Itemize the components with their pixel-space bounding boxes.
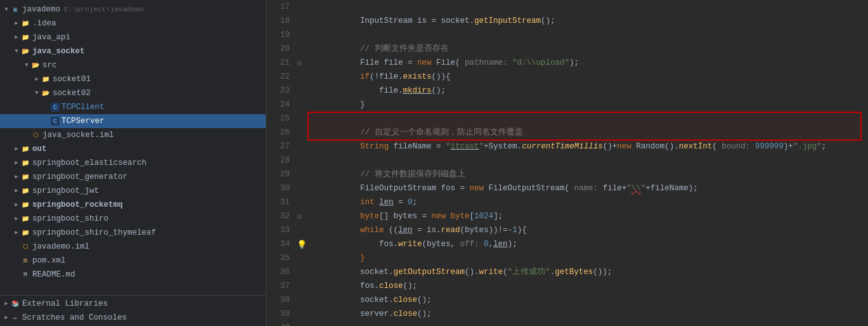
folder-icon: 📁 [41,74,51,84]
item-label: socket02 [53,89,91,98]
tree-item-springboot_jwt[interactable]: 📁 springboot_jwt [0,184,266,198]
code-line-24 [313,98,868,112]
scratches-icon: ✏️ [10,313,20,323]
line-num-31: 31 [266,195,290,209]
arrow-icon [3,314,10,322]
tree-item-pom_xml[interactable]: m pom.xml [0,254,266,268]
item-label: java_socket.iml [42,131,114,140]
code-line-19: // 判断文件夹是否存在 [313,28,868,42]
tree-item-javademo_iml[interactable]: ⬡ javademo.iml [0,240,266,254]
folder-icon: 📁 [20,200,30,210]
iml-icon: ⬡ [30,130,41,140]
code-line-36: fos.close(); [313,265,868,279]
item-label: src [42,61,57,70]
item-label: TCPClient [62,103,105,112]
arrow-icon [23,62,30,69]
arrow-icon [13,215,20,223]
item-label: springboot_rocketmq [32,200,123,209]
line-num-18: 18 [266,14,290,28]
tree-item-java_api[interactable]: 📁 java_api [0,30,266,44]
code-line-20: File file = new File( pathname: "d:\\upl… [313,42,868,56]
item-label: TCPServer [62,117,105,126]
line-num-35: 35 [266,251,290,265]
tree-item-readme[interactable]: M README.md [0,268,266,282]
tree-item-javademo[interactable]: ▣ javademo E:\project\javademo [0,3,266,16]
item-label: pom.xml [32,256,66,265]
tree-item-TCPClient[interactable]: C TCPClient [0,100,266,114]
tree-item-springboot_shiro_thymeleaf[interactable]: 📁 springboot_shiro_thymeleaf [0,226,266,240]
code-line-26: String fileName = "itcast"+System.curren… [313,126,868,140]
folder-icon: 📁 [20,186,30,196]
folder-icon: 📁 [20,18,30,29]
line-num-29: 29 [266,167,290,181]
code-line-23: } [313,84,868,98]
item-label: socket01 [53,75,91,84]
tree-item-TCPServer[interactable]: C TCPServer [0,114,266,128]
tree-item-java_socket[interactable]: 📂 java_socket [0,44,266,58]
sidebar-bottom: 📚 External Libraries ✏️ Scratches and Co… [0,295,266,326]
arrow-icon [3,6,10,13]
tree-item-src[interactable]: 📂 src [0,58,266,72]
line-num-39: 39 [266,307,290,321]
tree-item-socket01[interactable]: 📁 socket01 [0,72,266,86]
fold-icon-32[interactable]: ⊡ [297,212,302,221]
item-label: .idea [32,19,56,28]
fold-icon-21[interactable]: ⊡ [297,59,302,67]
arrow-icon [13,20,20,27]
line-num-36: 36 [266,265,290,279]
code-line-17: InputStream is = socket.getInputStream()… [313,0,868,14]
arrow-icon [33,75,41,83]
line-num-19: 19 [266,28,290,42]
folder-icon: 📁 [20,32,30,42]
code-line-37: socket.close(); [313,279,868,293]
file-tree: ▣ javademo E:\project\javademo 📁 .idea 📁… [0,0,266,295]
tree-item-scratches[interactable]: ✏️ Scratches and Consoles [0,311,266,325]
tree-item-socket02[interactable]: 📂 socket02 [0,86,266,100]
item-label: springboot_shiro_thymeleaf [32,228,156,237]
folder-icon: 📁 [20,172,30,182]
tree-item-springboot_rocketmq[interactable]: 📁 springboot_rocketmq [0,198,266,212]
line-num-26: 26 [266,126,290,140]
folder-open-icon: 📂 [41,88,51,98]
xml-icon: m [20,256,30,266]
line-num-38: 38 [266,293,290,307]
sidebar: ▣ javademo E:\project\javademo 📁 .idea 📁… [0,0,266,326]
arrow-icon [13,48,20,55]
code-line-28: // 将文件数据保存到磁盘上 [313,153,868,167]
line-numbers: 17 18 19 20 21 22 23 24 25 26 27 28 29 3… [266,0,295,326]
md-icon: M [20,270,30,280]
java-icon: C [51,117,60,126]
code-line-27 [313,140,868,153]
line-num-24: 24 [266,98,290,112]
item-label: out [32,145,47,153]
lamp-icon[interactable]: 💡 [297,240,307,250]
folder-icon: 📁 [20,214,30,224]
gutter: ⊡ ⊡ 💡 [295,0,308,326]
code-line-40: } [313,321,868,326]
item-label: java_socket [32,47,85,56]
tree-item-out[interactable]: 📁 out [0,142,266,156]
arrow-icon [13,229,20,237]
code-line-25: // 自定义一个命名规则，防止同名文件覆盖 [313,112,868,126]
tree-item-springboot_elasticsearch[interactable]: 📁 springboot_elasticsearch [0,156,266,170]
tree-item-springboot_generator[interactable]: 📁 springboot_generator [0,170,266,184]
line-num-32: 32 [266,209,290,223]
line-num-27: 27 [266,140,290,153]
tree-item-java_socket_iml[interactable]: ⬡ java_socket.iml [0,128,266,142]
arrow-icon [13,173,20,181]
item-label: springboot_elasticsearch [32,159,146,167]
project-icon: ▣ [10,4,20,15]
folder-open-icon: 📂 [20,46,30,56]
tree-item-idea[interactable]: 📁 .idea [0,16,266,30]
tree-item-external-libraries[interactable]: 📚 External Libraries [0,297,266,311]
line-num-33: 33 [266,223,290,237]
editor-area: 17 18 19 20 21 22 23 24 25 26 27 28 29 3… [266,0,868,326]
code-editor[interactable]: InputStream is = socket.getInputStream()… [308,0,868,326]
code-line-35: socket.getOutputStream().write("上传成功".ge… [313,251,868,265]
tree-item-springboot_shiro[interactable]: 📁 springboot_shiro [0,212,266,226]
arrow-icon [3,300,10,308]
item-label: springboot_jwt [32,186,99,195]
code-line-22: file.mkdirs(); [313,70,868,84]
line-num-30: 30 [266,181,290,195]
item-label: springboot_generator [32,173,127,181]
